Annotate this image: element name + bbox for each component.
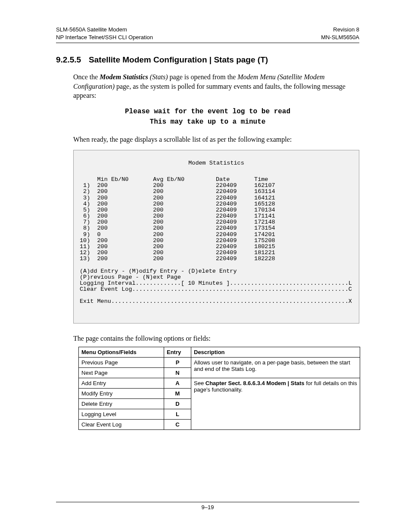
section-title: Satellite Modem Configuration | Stats pa… <box>89 55 268 64</box>
header-right-line1: Revision 8 <box>321 26 359 34</box>
terminal-title: Modem Statistics <box>80 160 353 166</box>
col-entry-header: Entry <box>164 347 191 357</box>
header-left-line2: NP Interface Telnet/SSH CLI Operation <box>56 34 153 41</box>
page-number: 9–19 <box>56 504 359 510</box>
footer-rule <box>56 502 359 502</box>
wait-line2: This may take up to a minute <box>56 117 359 127</box>
options-table: Menu Options/Fields Entry Description Pr… <box>78 347 360 430</box>
page-header: SLM-5650A Satellite Modem NP Interface T… <box>56 26 359 41</box>
page-footer: 9–19 <box>56 502 359 510</box>
col-desc-header: Description <box>191 347 360 357</box>
section-number: 9.2.5.5 <box>56 55 81 65</box>
terminal-screen: Modem Statistics Min Eb/N0 Avg Eb/N0 Dat… <box>73 150 359 323</box>
ready-paragraph: When ready, the page displays a scrollab… <box>56 135 359 144</box>
intro-paragraph: Once the Modem Statistics (Stats) page i… <box>56 72 359 100</box>
table-row: Add Entry A See Chapter Sect. 8.6.6.3.4 … <box>79 378 360 388</box>
section-heading: 9.2.5.5Satellite Modem Configuration | S… <box>56 55 359 65</box>
wait-message: Please wait for the event log to be read… <box>56 106 359 127</box>
options-intro: The page contains the following options … <box>73 335 359 342</box>
header-rule <box>56 43 359 43</box>
header-right-line2: MN-SLM5650A <box>321 34 359 41</box>
terminal-body: Min Eb/N0 Avg Eb/N0 Date Time 1) 200 200… <box>80 177 353 305</box>
col-menu-header: Menu Options/Fields <box>79 347 164 357</box>
desc-chapter: See Chapter Sect. 8.6.6.3.4 Modem | Stat… <box>191 378 360 429</box>
wait-line1: Please wait for the event log to be read <box>56 106 359 117</box>
table-row: Previous Page P Allows user to navigate,… <box>79 357 360 367</box>
header-left-line1: SLM-5650A Satellite Modem <box>56 26 153 34</box>
desc-nav: Allows user to navigate, on a per-page b… <box>191 357 360 378</box>
